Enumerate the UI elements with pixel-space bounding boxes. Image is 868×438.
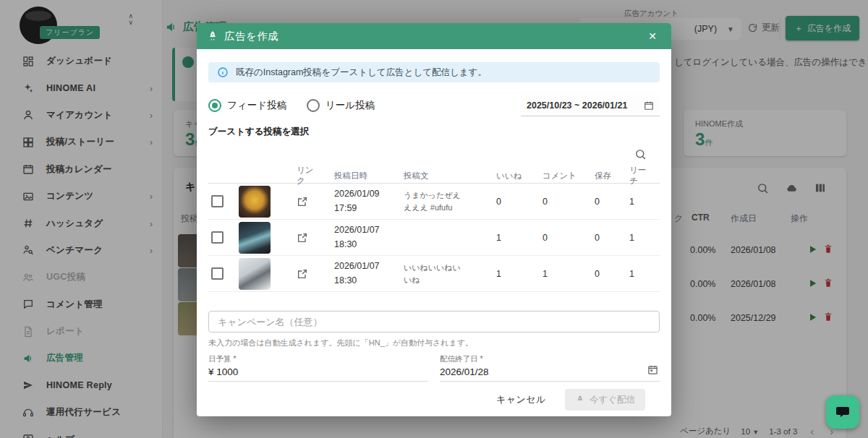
reach-value: 1 — [612, 269, 652, 279]
daily-budget-input[interactable] — [208, 364, 428, 377]
radio-reel-post[interactable]: リール投稿 — [307, 99, 375, 112]
column-header-comments: コメント — [525, 171, 577, 181]
end-date-input[interactable] — [440, 364, 660, 377]
campaign-helper-text: 未入力の場合は自動生成されます。先頭に「HN_」が自動付与されます。 — [208, 338, 660, 348]
cancel-button[interactable]: キャンセル — [496, 393, 546, 406]
info-text: 既存のInstagram投稿をブーストして広告として配信します。 — [236, 66, 487, 79]
screen: フリープラン ∧∨ ダッシュボード HINOME AI › マイアカウント › — [0, 0, 868, 438]
post-row: 2026/01/07 18:30 いいねいいねいいね 1 1 0 1 — [208, 256, 660, 292]
posts-table: リンク 投稿日時 投稿文 いいね コメント 保存 リーチ 2026/01/09 … — [208, 165, 660, 292]
rocket-icon — [575, 395, 585, 405]
info-banner: 既存のInstagram投稿をブーストして広告として配信します。 — [208, 62, 660, 82]
column-header-text: 投稿文 — [386, 171, 479, 181]
column-header-saves: 保存 — [577, 171, 612, 181]
comments-value: 0 — [525, 197, 577, 207]
external-link-icon[interactable] — [279, 268, 317, 280]
radio-feed-post[interactable]: フィード投稿 — [208, 99, 286, 112]
modal-header: 広告を作成 ✕ — [197, 23, 671, 49]
post-type-radios: フィード投稿 リール投稿 2025/10/23 ~ 2026/01/21 — [208, 95, 660, 116]
post-datetime: 2026/01/07 18:30 — [317, 223, 376, 252]
post-text: うまかったぜええええ #ufufu — [386, 189, 466, 213]
radio-label: リール投稿 — [326, 99, 375, 112]
post-row: 2026/01/09 17:59 うまかったぜええええ #ufufu 0 0 0… — [208, 184, 660, 220]
likes-value: 1 — [479, 233, 525, 243]
search-icon[interactable] — [634, 148, 647, 160]
campaign-name-input[interactable] — [208, 311, 660, 332]
radio-checked-icon — [208, 99, 221, 112]
modal-footer: キャンセル 今すぐ配信 — [208, 382, 660, 419]
radio-label: フィード投稿 — [227, 99, 286, 112]
calendar-icon — [644, 100, 654, 111]
submit-button[interactable]: 今すぐ配信 — [565, 389, 645, 411]
modal-title: 広告を作成 — [224, 30, 278, 43]
chat-bubble-icon — [834, 403, 851, 421]
post-search — [208, 138, 660, 163]
submit-label: 今すぐ配信 — [590, 394, 635, 406]
create-ad-modal: 広告を作成 ✕ 既存のInstagram投稿をブーストして広告として配信します。… — [197, 23, 671, 416]
post-row: 2026/01/07 18:30 1 0 0 1 — [208, 220, 660, 256]
external-link-icon[interactable] — [279, 232, 317, 244]
radio-unchecked-icon — [307, 99, 320, 112]
reach-value: 1 — [612, 197, 652, 207]
saves-value: 0 — [577, 197, 612, 207]
column-header-likes: いいね — [479, 171, 525, 181]
rocket-icon — [207, 30, 218, 42]
post-text: いいねいいねいいね — [386, 262, 466, 285]
daily-budget-label: 日予算 * — [208, 354, 428, 364]
checkbox[interactable] — [211, 231, 224, 244]
budget-and-date-fields: 日予算 * 配信終了日 * — [208, 354, 660, 382]
comments-value: 1 — [525, 269, 577, 279]
modal-body: 既存のInstagram投稿をブーストして広告として配信します。 フィード投稿 … — [197, 49, 671, 425]
likes-value: 0 — [479, 197, 525, 207]
post-thumbnail — [239, 186, 271, 218]
calendar-icon[interactable] — [647, 364, 658, 375]
close-icon[interactable]: ✕ — [644, 29, 661, 43]
end-date-label: 配信終了日 * — [440, 354, 660, 364]
date-range-picker[interactable]: 2025/10/23 ~ 2026/01/21 — [521, 95, 660, 116]
checkbox[interactable] — [211, 195, 224, 207]
saves-value: 0 — [577, 269, 612, 279]
likes-value: 1 — [479, 269, 525, 279]
column-header-datetime: 投稿日時 — [317, 171, 386, 181]
post-datetime: 2026/01/07 18:30 — [317, 259, 376, 288]
info-icon — [217, 66, 229, 78]
posts-table-header: リンク 投稿日時 投稿文 いいね コメント 保存 リーチ — [208, 165, 660, 184]
select-posts-label: ブーストする投稿を選択 — [208, 126, 660, 138]
comments-value: 0 — [525, 233, 577, 243]
post-datetime: 2026/01/09 17:59 — [317, 187, 376, 215]
external-link-icon[interactable] — [279, 196, 317, 207]
daily-budget-field: 日予算 * — [208, 354, 428, 382]
chat-launcher-button[interactable] — [826, 395, 859, 429]
post-thumbnail — [239, 222, 271, 254]
column-header-link: リンク — [279, 165, 317, 186]
reach-value: 1 — [612, 233, 652, 243]
date-range-value: 2025/10/23 ~ 2026/01/21 — [527, 100, 627, 111]
checkbox[interactable] — [211, 267, 224, 280]
column-header-reach: リーチ — [612, 165, 652, 186]
end-date-field: 配信終了日 * — [440, 354, 660, 382]
saves-value: 0 — [577, 233, 612, 243]
post-thumbnail — [239, 258, 271, 290]
